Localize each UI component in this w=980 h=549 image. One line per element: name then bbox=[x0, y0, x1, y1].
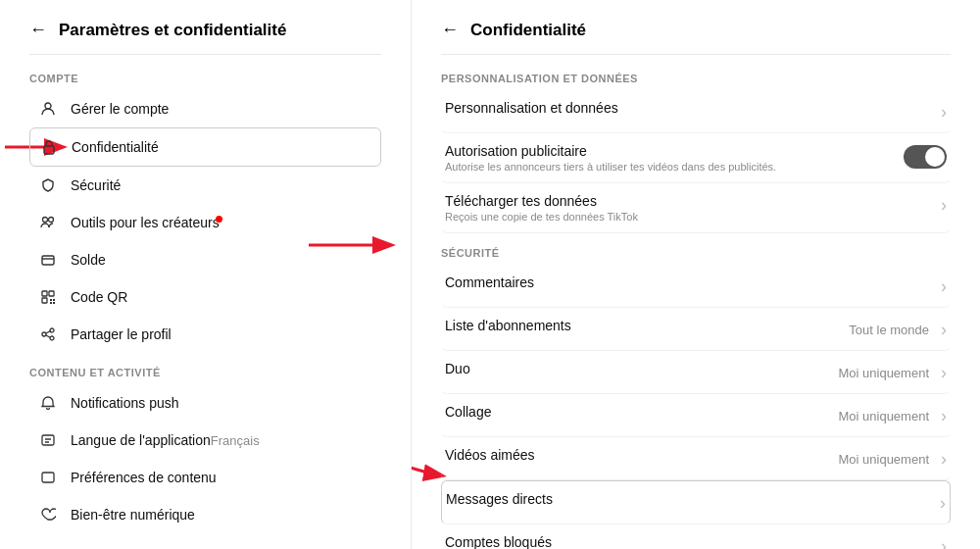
comptes-label: Comptes bloqués bbox=[445, 534, 925, 549]
svg-rect-5 bbox=[42, 291, 47, 296]
right-menu-item-autopub[interactable]: Autorisation publicitaireAutorise les an… bbox=[441, 133, 951, 183]
section-label-contenu-et-activité: CONTENU ET ACTIVITÉ bbox=[29, 367, 381, 378]
autopub-desc: Autorise les annonceurs tiers à utiliser… bbox=[445, 161, 894, 173]
svg-rect-16 bbox=[42, 473, 54, 482]
section-label-compte: COMPTE bbox=[29, 73, 381, 84]
prefs-icon bbox=[37, 470, 59, 485]
outils-icon bbox=[37, 215, 59, 230]
left-panel: ← Paramètres et confidentialité COMPTEGé… bbox=[0, 0, 412, 549]
comptes-right-side: › bbox=[935, 536, 947, 549]
gerer-icon bbox=[37, 101, 59, 117]
liste_abo-label-block: Liste d'abonnements bbox=[445, 318, 839, 333]
liste_abo-right-side: Tout le monde› bbox=[849, 320, 947, 340]
bienetre-label: Bien-être numérique bbox=[71, 507, 195, 523]
videos_aimees-label: Vidéos aimées bbox=[445, 447, 829, 463]
left-menu-item-securite[interactable]: Sécurité bbox=[29, 167, 381, 204]
svg-point-14 bbox=[50, 336, 54, 340]
left-header: ← Paramètres et confidentialité bbox=[29, 20, 381, 55]
duo-chevron-icon: › bbox=[941, 363, 947, 383]
collage-label: Collage bbox=[445, 404, 829, 420]
messages-label: Messages directs bbox=[446, 491, 924, 507]
duo-label: Duo bbox=[445, 361, 829, 376]
right-header: ← Confidentialité bbox=[441, 20, 951, 55]
confidentialite-label: Confidentialité bbox=[72, 139, 159, 155]
right-back-button[interactable]: ← bbox=[441, 20, 459, 40]
liste_abo-chevron-icon: › bbox=[941, 320, 947, 340]
svg-point-13 bbox=[42, 332, 46, 336]
svg-rect-7 bbox=[42, 298, 47, 303]
left-menu-item-bienetre[interactable]: Bien-être numérique bbox=[29, 496, 381, 533]
liste_abo-label: Liste d'abonnements bbox=[445, 318, 839, 333]
commentaires-label: Commentaires bbox=[445, 274, 925, 290]
left-menu-item-langue[interactable]: Langue de l'applicationFrançais bbox=[29, 422, 381, 459]
right-section-label: SÉCURITÉ bbox=[441, 247, 951, 259]
svg-rect-4 bbox=[42, 256, 54, 265]
left-menu-item-notif[interactable]: Notifications push bbox=[29, 384, 381, 422]
right-menu-item-videos_aimees[interactable]: Vidéos aiméesMoi uniquement› bbox=[441, 437, 951, 480]
left-menu: COMPTEGérer le compteConfidentialitéSécu… bbox=[29, 73, 381, 533]
duo-value: Moi uniquement bbox=[839, 366, 930, 380]
svg-point-0 bbox=[45, 103, 51, 109]
codeqr-icon bbox=[37, 289, 59, 305]
left-menu-item-confidentialite[interactable]: Confidentialité bbox=[29, 127, 381, 167]
commentaires-right-side: › bbox=[935, 276, 947, 297]
collage-value: Moi uniquement bbox=[839, 409, 930, 424]
codeqr-label: Code QR bbox=[71, 289, 127, 305]
telecharger-label-block: Télécharger tes donnéesReçois une copie … bbox=[445, 193, 925, 223]
videos_aimees-chevron-icon: › bbox=[941, 449, 947, 470]
commentaires-label-block: Commentaires bbox=[445, 274, 925, 290]
right-menu: PERSONNALISATION ET DONNÉESPersonnalisat… bbox=[441, 73, 951, 549]
securite-label: Sécurité bbox=[71, 177, 121, 193]
collage-label-block: Collage bbox=[445, 404, 829, 420]
autopub-label-block: Autorisation publicitaireAutorise les an… bbox=[445, 143, 894, 173]
right-menu-item-liste_abo[interactable]: Liste d'abonnementsTout le monde› bbox=[441, 308, 951, 351]
left-menu-item-solde[interactable]: Solde bbox=[29, 241, 381, 278]
svg-point-2 bbox=[43, 218, 48, 223]
comptes-label-block: Comptes bloqués bbox=[445, 534, 925, 549]
right-menu-item-collage[interactable]: CollageMoi uniquement› bbox=[441, 394, 951, 437]
right-menu-item-messages[interactable]: Messages directs› bbox=[441, 480, 951, 524]
right-panel: ← Confidentialité PERSONNALISATION ET DO… bbox=[412, 0, 980, 549]
left-menu-item-codeqr[interactable]: Code QR bbox=[29, 278, 381, 316]
prefs-label: Préférences de contenu bbox=[71, 470, 217, 485]
left-title: Paramètres et confidentialité bbox=[59, 21, 286, 40]
right-menu-item-telecharger[interactable]: Télécharger tes donnéesReçois une copie … bbox=[441, 183, 951, 233]
partager-label: Partager le profil bbox=[71, 326, 172, 342]
collage-chevron-icon: › bbox=[941, 406, 947, 426]
videos_aimees-right-side: Moi uniquement› bbox=[839, 449, 948, 470]
gerer-label: Gérer le compte bbox=[71, 101, 169, 117]
autopub-toggle[interactable] bbox=[904, 145, 947, 169]
messages-right-side: › bbox=[934, 493, 946, 514]
partager-icon bbox=[37, 326, 59, 342]
telecharger-desc: Reçois une copie de tes données TikTok bbox=[445, 211, 925, 223]
svg-rect-1 bbox=[44, 146, 54, 154]
left-menu-item-gerer[interactable]: Gérer le compte bbox=[29, 90, 381, 127]
svg-rect-11 bbox=[53, 302, 55, 304]
left-menu-item-outils[interactable]: Outils pour les créateurs bbox=[29, 204, 381, 241]
left-back-button[interactable]: ← bbox=[29, 20, 47, 40]
langue-icon bbox=[37, 432, 59, 448]
messages-label-block: Messages directs bbox=[446, 491, 924, 507]
right-menu-item-duo[interactable]: DuoMoi uniquement› bbox=[441, 351, 951, 394]
right-section-label: PERSONNALISATION ET DONNÉES bbox=[441, 73, 951, 84]
autopub-label: Autorisation publicitaire bbox=[445, 143, 894, 159]
svg-rect-15 bbox=[42, 435, 54, 445]
svg-rect-8 bbox=[50, 299, 52, 301]
left-menu-item-partager[interactable]: Partager le profil bbox=[29, 316, 381, 353]
messages-chevron-icon: › bbox=[940, 493, 946, 514]
outils-dot bbox=[216, 216, 222, 223]
perso-label-block: Personnalisation et données bbox=[445, 100, 925, 116]
right-menu-item-comptes[interactable]: Comptes bloqués› bbox=[441, 524, 951, 549]
telecharger-chevron-icon: › bbox=[941, 195, 947, 216]
collage-right-side: Moi uniquement› bbox=[839, 406, 948, 426]
right-menu-item-perso[interactable]: Personnalisation et données› bbox=[441, 90, 951, 133]
langue-value: Français bbox=[211, 433, 260, 448]
outils-label: Outils pour les créateurs bbox=[71, 215, 220, 230]
notif-icon bbox=[37, 395, 59, 411]
right-menu-item-commentaires[interactable]: Commentaires› bbox=[441, 265, 951, 308]
autopub-right-side bbox=[904, 145, 947, 169]
svg-point-3 bbox=[49, 218, 54, 223]
duo-label-block: Duo bbox=[445, 361, 829, 376]
left-menu-item-prefs[interactable]: Préférences de contenu bbox=[29, 459, 381, 496]
langue-label: Langue de l'application bbox=[71, 432, 211, 448]
